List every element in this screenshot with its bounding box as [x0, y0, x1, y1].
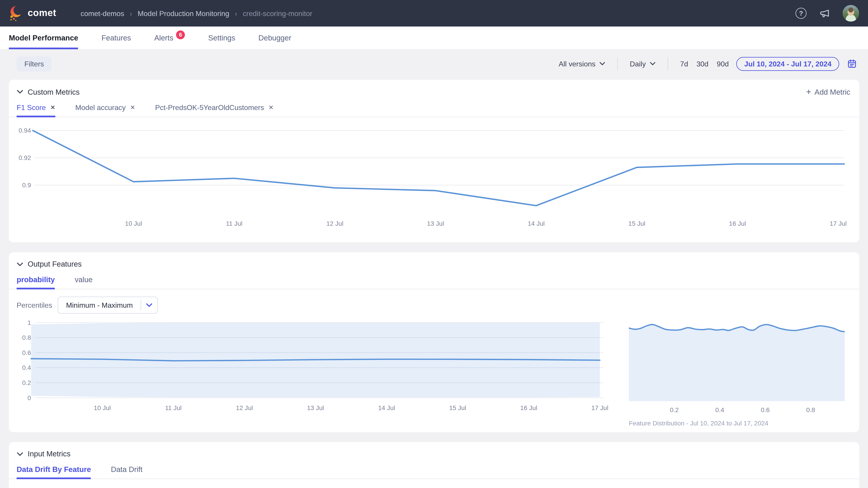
range-shortcut-30d[interactable]: 30d: [696, 59, 708, 68]
svg-text:0.9: 0.9: [22, 182, 31, 189]
breadcrumb-separator: ›: [130, 9, 132, 18]
granularity-dropdown[interactable]: Daily: [630, 59, 655, 68]
range-shortcut-90d[interactable]: 90d: [717, 59, 729, 68]
metric-chip[interactable]: Model accuracy✕: [75, 103, 135, 117]
nav-tab-alerts[interactable]: Alerts6: [154, 27, 185, 49]
tab-data-drift-by-feature[interactable]: Data Drift By Feature: [17, 465, 91, 479]
svg-text:14 Jul: 14 Jul: [378, 404, 395, 412]
collapse-chevron-icon[interactable]: [17, 90, 23, 94]
versions-dropdown[interactable]: All versions: [559, 59, 604, 68]
svg-text:0.2: 0.2: [22, 379, 31, 386]
plus-icon: +: [806, 88, 811, 96]
main-nav-tabs: Model PerformanceFeaturesAlerts6Settings…: [0, 27, 868, 50]
percentiles-label: Percentiles: [17, 301, 52, 309]
comet-logo[interactable]: comet: [9, 5, 56, 22]
breadcrumb: comet-demos›Model Production Monitoring›…: [81, 9, 312, 18]
breadcrumb-item[interactable]: credit-scoring-monitor: [243, 9, 312, 18]
f1-score-line-chart[interactable]: 0.940.920.910 Jul11 Jul12 Jul13 Jul14 Ju…: [9, 117, 859, 240]
svg-text:0.92: 0.92: [19, 154, 31, 161]
breadcrumb-item[interactable]: comet-demos: [81, 9, 124, 18]
feature-distribution-block: 0.20.40.60.8 Feature Distribution - Jul …: [629, 319, 845, 427]
logo-wordmark: comet: [28, 8, 56, 19]
toolbar-divider: [617, 57, 618, 70]
svg-text:11 Jul: 11 Jul: [226, 220, 243, 227]
tab-probability[interactable]: probability: [17, 275, 55, 289]
metric-chip-strip: F1 Score✕Model accuracy✕Pct-PredsOK-5Yea…: [9, 103, 859, 117]
nav-tab-debugger[interactable]: Debugger: [258, 27, 291, 49]
chevron-down-icon: [599, 62, 604, 65]
granularity-dropdown-value: Daily: [630, 59, 646, 68]
svg-text:12 Jul: 12 Jul: [327, 220, 343, 227]
input-metrics-header: Input Metrics: [9, 442, 859, 458]
add-metric-button[interactable]: + Add Metric: [806, 88, 850, 96]
svg-text:0.6: 0.6: [761, 406, 770, 414]
toolbar-right-group: All versions Daily 7d30d90d Jul 10, 2024…: [559, 57, 857, 70]
svg-text:15 Jul: 15 Jul: [628, 220, 645, 227]
svg-text:0.4: 0.4: [715, 406, 724, 414]
versions-dropdown-value: All versions: [559, 59, 595, 68]
output-features-card: Output Features probabilityvalue Percent…: [9, 252, 859, 432]
top-bar: comet comet-demos›Model Production Monit…: [0, 0, 868, 27]
topbar-actions: ?: [796, 5, 859, 22]
metric-chip[interactable]: Pct-PredsOK-5YearOldCustomers✕: [155, 103, 274, 117]
custom-metrics-card: Custom Metrics + Add Metric F1 Score✕Mod…: [9, 80, 859, 242]
svg-text:0.8: 0.8: [22, 334, 31, 341]
nav-tab-label: Debugger: [258, 34, 291, 42]
svg-text:13 Jul: 13 Jul: [307, 404, 324, 412]
svg-text:10 Jul: 10 Jul: [125, 220, 142, 227]
add-metric-label: Add Metric: [815, 88, 850, 96]
nav-tab-features[interactable]: Features: [101, 27, 131, 49]
svg-text:12 Jul: 12 Jul: [236, 404, 253, 412]
probability-percentile-band-chart[interactable]: 00.20.40.60.8110 Jul11 Jul12 Jul13 Jul14…: [17, 319, 612, 416]
feature-distribution-caption: Feature Distribution - Jul 10, 2024 to J…: [629, 420, 845, 427]
card-body-clipped: [9, 479, 859, 488]
percentiles-dropdown[interactable]: Minimum - Maximum: [58, 297, 158, 314]
collapse-chevron-icon[interactable]: [17, 452, 23, 456]
svg-text:0.6: 0.6: [22, 349, 31, 356]
svg-text:13 Jul: 13 Jul: [427, 220, 444, 227]
percentiles-row: Percentiles Minimum - Maximum: [9, 297, 859, 314]
page-content: Custom Metrics + Add Metric F1 Score✕Mod…: [0, 77, 868, 488]
metric-chip-label: F1 Score: [17, 103, 46, 112]
output-features-header: Output Features: [9, 252, 859, 268]
collapse-chevron-icon[interactable]: [17, 262, 23, 267]
tab-data-drift[interactable]: Data Drift: [111, 465, 143, 479]
calendar-icon[interactable]: [847, 59, 857, 69]
breadcrumb-item[interactable]: Model Production Monitoring: [138, 9, 229, 18]
user-avatar[interactable]: [842, 5, 859, 22]
close-icon[interactable]: ✕: [50, 104, 55, 111]
help-icon[interactable]: ?: [796, 8, 807, 19]
app-viewport: comet comet-demos›Model Production Monit…: [0, 0, 868, 488]
nav-tab-settings[interactable]: Settings: [208, 27, 235, 49]
feature-distribution-chart[interactable]: 0.20.40.60.8: [629, 319, 845, 416]
svg-text:0: 0: [27, 394, 31, 401]
tab-value[interactable]: value: [75, 275, 93, 289]
output-feature-charts: 00.20.40.60.8110 Jul11 Jul12 Jul13 Jul14…: [9, 319, 859, 432]
svg-text:0.94: 0.94: [19, 127, 31, 134]
nav-tab-label: Alerts: [154, 34, 174, 42]
close-icon[interactable]: ✕: [269, 104, 274, 111]
svg-text:0.4: 0.4: [22, 364, 31, 371]
svg-text:1: 1: [27, 319, 31, 326]
chevron-down-icon: [141, 300, 157, 311]
svg-text:15 Jul: 15 Jul: [449, 404, 466, 412]
metric-chip-label: Model accuracy: [75, 103, 126, 112]
svg-text:17 Jul: 17 Jul: [591, 404, 608, 412]
close-icon[interactable]: ✕: [130, 104, 135, 111]
comet-logo-icon: [9, 5, 23, 22]
filters-button[interactable]: Filters: [17, 56, 52, 71]
range-shortcut-7d[interactable]: 7d: [680, 59, 688, 68]
svg-text:16 Jul: 16 Jul: [520, 404, 537, 412]
nav-tab-label: Settings: [208, 34, 235, 42]
alerts-badge: 6: [176, 30, 185, 39]
custom-metrics-header: Custom Metrics + Add Metric: [9, 80, 859, 96]
announcements-icon[interactable]: [819, 7, 830, 19]
breadcrumb-separator: ›: [235, 9, 237, 18]
date-range-pill[interactable]: Jul 10, 2024 - Jul 17, 2024: [737, 57, 839, 70]
nav-tab-model-performance[interactable]: Model Performance: [9, 27, 78, 49]
toolbar-divider: [667, 57, 668, 70]
metric-chip-label: Pct-PredsOK-5YearOldCustomers: [155, 103, 264, 112]
section-title: Custom Metrics: [28, 88, 80, 96]
metric-chip[interactable]: F1 Score✕: [17, 103, 55, 117]
range-shortcuts: 7d30d90d: [680, 59, 729, 68]
